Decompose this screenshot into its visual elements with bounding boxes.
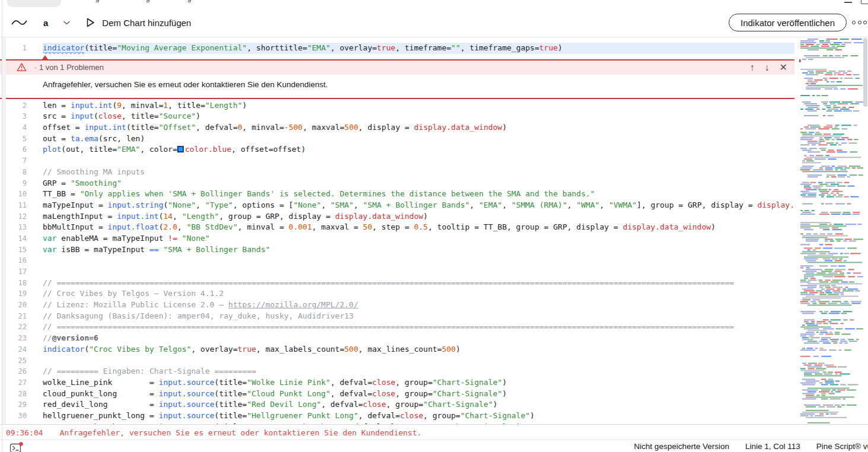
- code-line[interactable]: 27wolke_Line_pink = input.source(title="…: [0, 377, 794, 389]
- code-text: var enableMA = maTypeInput != "None": [43, 233, 794, 244]
- window-left-border: [2, 0, 2, 452]
- color-swatch[interactable]: [177, 146, 184, 152]
- code-line[interactable]: 17: [0, 266, 794, 278]
- code-text: len = input.int(9, minval=1, title="Leng…: [43, 100, 794, 112]
- tab-title-fragment: g: [187, 0, 192, 2]
- tab-title-fragment: g: [146, 0, 150, 2]
- code-text: offset = input.int(title="Offset", defva…: [43, 122, 794, 133]
- code-text: src = input(close, title="Source"): [43, 111, 794, 122]
- unsaved-version-label[interactable]: Nicht gespeicherte Version: [634, 442, 729, 451]
- previous-problem-icon[interactable]: ↑: [750, 63, 755, 72]
- script-shorttitle-label: a: [43, 18, 48, 28]
- code-text: // ========= Eingaben: Chart-Signale ===…: [43, 366, 794, 377]
- code-line[interactable]: 14var enableMA = maTypeInput != "None": [0, 233, 794, 244]
- code-line[interactable]: 12maLengthInput = input.int(14, "Length"…: [0, 211, 794, 222]
- code-text: maTypeInput = input.string("None", "Type…: [43, 200, 794, 211]
- code-text: maLengthInput = input.int(14, "Length", …: [43, 211, 794, 222]
- code-line[interactable]: 11maTypeInput = input.string("None", "Ty…: [0, 200, 794, 211]
- code-line[interactable]: 26// ========= Eingaben: Chart-Signale =…: [0, 366, 794, 377]
- chevron-down-icon[interactable]: [63, 21, 70, 25]
- code-lines-top: 1indicator(title="Moving Average Exponen…: [0, 43, 794, 54]
- code-line[interactable]: 3src = input(close, title="Source"): [0, 111, 794, 122]
- code-text: bbMultInput = input.float(2.0, "BB StdDe…: [43, 222, 794, 233]
- code-line[interactable]: 28cloud_punkt_long = input.source(title=…: [0, 389, 794, 400]
- code-text: // Croc Vibes by Telgos – Version 4.1.2: [43, 288, 794, 300]
- close-panel-icon[interactable]: ✕: [780, 63, 787, 72]
- code-line[interactable]: 4offset = input.int(title="Offset", defv…: [0, 122, 794, 133]
- code-text: // Smoothing MA inputs: [43, 167, 794, 178]
- code-text: // =====================================…: [43, 278, 794, 289]
- code-editor[interactable]: 1indicator(title="Moving Average Exponen…: [0, 37, 794, 424]
- code-line[interactable]: 19// Croc Vibes by Telgos – Version 4.1.…: [0, 288, 794, 300]
- code-line[interactable]: 24indicator("Croc Vibes by Telgos", over…: [0, 344, 794, 355]
- next-problem-icon[interactable]: ↓: [765, 63, 770, 72]
- cursor-position-label: Linie 1, Col 113: [745, 442, 800, 451]
- add-to-chart-button[interactable]: Dem Chart hinzufügen: [102, 18, 191, 28]
- code-text: [43, 355, 794, 367]
- error-panel-header: · 1 von 1 Problemen ↑ ↓ ✕: [0, 61, 794, 75]
- code-text: hellgruener_punkt_long = input.source(ti…: [43, 410, 794, 422]
- code-line[interactable]: 16: [0, 255, 794, 266]
- code-line[interactable]: 15var isBB = maTypeInput == "SMA + Bolli…: [0, 244, 794, 256]
- error-message: Anfragefehler, versuchen Sie es erneut o…: [0, 75, 794, 98]
- status-bar: Nicht gespeicherte Version Linie 1, Col …: [0, 440, 868, 452]
- code-text: TT_BB = "Only applies when 'SMA + Bollin…: [43, 189, 794, 200]
- minimap[interactable]: [799, 37, 863, 424]
- error-marker-icon: [42, 55, 48, 59]
- pine-version-label[interactable]: Pine Script® v6: [816, 442, 868, 451]
- code-text: // Lizenz: Mozilla Public License 2.0 – …: [43, 300, 794, 311]
- warning-triangle-icon: [17, 63, 27, 72]
- code-text: // =====================================…: [43, 322, 794, 333]
- console-timestamp: 09:36:04: [6, 428, 43, 437]
- code-text: red_devil_long = input.source(title="Red…: [43, 399, 794, 410]
- error-count-label: · 1 von 1 Problemen: [34, 63, 104, 72]
- window-maximize-icon[interactable]: [861, 0, 868, 4]
- code-line[interactable]: 22// ===================================…: [0, 322, 794, 333]
- code-text: // Danksagung (Basis/Ideen): amper04, ra…: [43, 311, 794, 322]
- tab-bar: g g g: [0, 0, 868, 9]
- code-line[interactable]: 29red_devil_long = input.source(title="R…: [0, 399, 794, 410]
- console-toggle-icon[interactable]: [9, 442, 24, 452]
- code-text: indicator("Croc Vibes by Telgos", overla…: [43, 344, 794, 355]
- code-lines: 2len = input.int(9, minval=1, title="Len…: [0, 100, 794, 424]
- publish-indicator-button[interactable]: Indikator veröffentlichen: [729, 14, 847, 31]
- console-row: 09:36:04 Anfragefehler, versuchen Sie es…: [0, 424, 868, 440]
- code-text: wolke_Line_pink = input.source(title="Wo…: [43, 377, 794, 389]
- code-line[interactable]: 30hellgruener_punkt_long = input.source(…: [0, 410, 794, 422]
- code-text: [43, 255, 794, 266]
- code-text: indicator(title="Moving Average Exponent…: [43, 43, 794, 54]
- code-line[interactable]: 7: [0, 155, 794, 167]
- code-text: plot(out, title="EMA", color=color.blue,…: [43, 144, 794, 155]
- editor-toolbar: a Dem Chart hinzufügen Indikator veröffe…: [0, 8, 868, 37]
- add-to-chart-play-icon[interactable]: [87, 18, 95, 27]
- window-minimize-icon[interactable]: [844, 2, 852, 3]
- code-line[interactable]: 25: [0, 355, 794, 367]
- code-line[interactable]: 5out = ta.ema(src, len): [0, 133, 794, 145]
- code-line[interactable]: 18// ===================================…: [0, 278, 794, 289]
- code-line[interactable]: 13bbMultInput = input.float(2.0, "BB Std…: [0, 222, 794, 233]
- code-line[interactable]: 23//@version=6: [0, 333, 794, 344]
- code-line[interactable]: 21// Danksagung (Basis/Ideen): amper04, …: [0, 311, 794, 322]
- vertical-scrollbar[interactable]: [863, 38, 867, 107]
- code-text: out = ta.ema(src, len): [43, 133, 794, 145]
- code-line[interactable]: 20// Lizenz: Mozilla Public License 2.0 …: [0, 300, 794, 311]
- error-panel: · 1 von 1 Problemen ↑ ↓ ✕ Anfragefehler,…: [0, 59, 794, 99]
- code-line[interactable]: 9GRP = "Smoothing": [0, 178, 794, 189]
- code-line[interactable]: 6plot(out, title="EMA", color=color.blue…: [0, 144, 794, 155]
- editor-left-margin: [2, 37, 6, 424]
- code-line[interactable]: 2len = input.int(9, minval=1, title="Len…: [0, 100, 794, 112]
- indicator-wave-icon: [11, 18, 27, 27]
- script-tab-partial[interactable]: [7, 0, 61, 7]
- console-error-message: Anfragefehler, versuchen Sie es erneut o…: [60, 428, 422, 437]
- code-text: cloud_punkt_long = input.source(title="C…: [43, 389, 794, 400]
- code-text: var isBB = maTypeInput == "SMA + Bolling…: [43, 244, 794, 256]
- code-line[interactable]: 1indicator(title="Moving Average Exponen…: [0, 43, 794, 54]
- code-text: //@version=6: [43, 333, 794, 344]
- code-line[interactable]: 8// Smoothing MA inputs: [0, 167, 794, 178]
- code-text: [43, 155, 794, 167]
- tab-title-fragment: g: [95, 0, 100, 2]
- code-text: GRP = "Smoothing": [43, 178, 794, 189]
- code-line[interactable]: 10TT_BB = "Only applies when 'SMA + Boll…: [0, 189, 794, 200]
- more-menu-icon[interactable]: [852, 21, 867, 24]
- code-text: [43, 266, 794, 278]
